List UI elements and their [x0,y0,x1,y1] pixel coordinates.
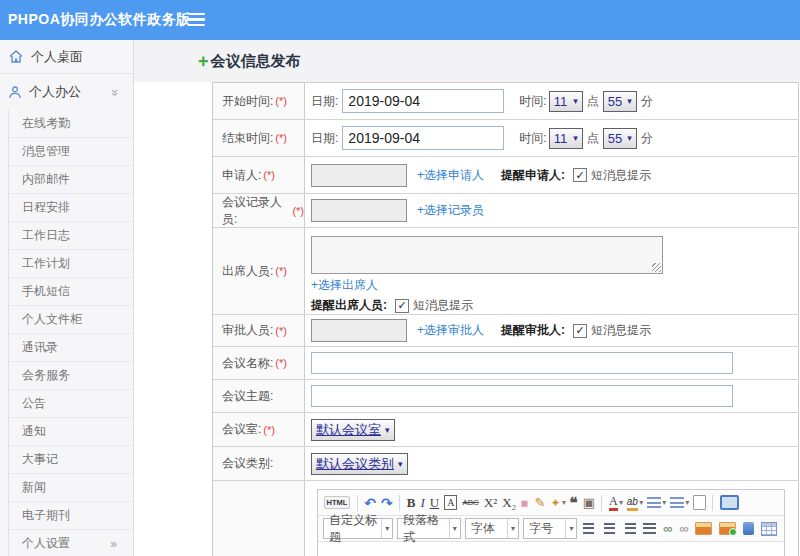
field-label: 申请人:(*) [213,157,304,193]
dropdown-arrow-icon[interactable]: ▾ [562,493,566,513]
font-color-icon[interactable]: A [609,494,618,511]
sidebar-item[interactable]: 在线考勤 [9,110,133,138]
meeting-subject-input[interactable] [311,385,733,407]
insert-image-icon[interactable] [719,522,736,535]
blockquote-icon[interactable]: ❝ [570,493,578,513]
sidebar-item[interactable]: 工作计划 [9,250,133,278]
sidebar-item-office[interactable]: 个人办公 » [0,74,133,110]
dropdown-arrow-icon: ▾ [627,96,632,106]
form-row-approver: 审批人员:(*) +选择审批人 提醒审批人: ✓ 短消息提示 [213,315,798,347]
menu-icon[interactable] [188,13,205,29]
paragraph-format-select[interactable]: 段落格式▾ [397,518,461,539]
sidebar-item[interactable]: 工作日志 [9,222,133,250]
sms-checkbox[interactable]: ✓ [573,324,587,338]
sidebar-item[interactable]: 内部邮件 [9,166,133,194]
editor-content-area[interactable] [318,542,784,556]
subscript-icon[interactable]: X₂ [502,493,516,513]
meeting-name-input[interactable] [311,352,733,374]
unlink-icon[interactable]: ∞ [679,519,688,539]
sidebar-item[interactable]: 消息管理 [9,138,133,166]
sidebar-item[interactable]: 电子期刊 [9,502,133,530]
sidebar-item[interactable]: 新闻 [9,474,133,502]
end-date-input[interactable] [342,126,504,150]
start-minute-select[interactable]: 55▾ [603,91,637,112]
end-hour-select[interactable]: 11▾ [549,128,583,149]
select-attendees-link[interactable]: +选择出席人 [311,278,378,292]
start-hour-select[interactable]: 11▾ [549,91,583,112]
new-page-icon[interactable] [693,495,706,510]
sidebar-item-label: 电子期刊 [22,507,70,524]
align-center-icon[interactable] [603,523,616,534]
eraser-icon[interactable]: ◆ [515,492,535,512]
meeting-room-select[interactable]: 默认会议室▾ [311,419,395,441]
link-icon[interactable]: ∞ [663,519,672,539]
select-approver-link[interactable]: +选择审批人 [417,322,484,339]
source-code-button[interactable]: HTML [324,496,351,509]
form-row-meeting-category: 会议类别: 默认会议类别▾ [213,447,798,481]
font-border-icon[interactable]: A [444,495,457,510]
undo-icon[interactable]: ↶ [364,493,376,513]
remind-attendees-label: 提醒出席人员: [311,297,387,314]
sidebar-item[interactable]: 公告 [9,390,133,418]
hour-unit-label: 点 [587,93,599,110]
sms-label: 短消息提示 [591,167,651,184]
end-minute-select[interactable]: 55▾ [603,128,637,149]
select-applicant-link[interactable]: +选择申请人 [417,167,484,184]
required-mark: (*) [275,265,287,277]
table-icon[interactable] [761,522,777,536]
approver-input[interactable] [311,319,407,342]
select-recorder-link[interactable]: +选择记录员 [417,202,484,219]
field-label: 会议室:(*) [213,413,304,446]
required-mark: (*) [275,132,287,144]
sms-checkbox[interactable]: ✓ [395,299,409,313]
sidebar-item-settings[interactable]: 个人设置» [9,530,133,556]
recorder-input[interactable] [311,199,407,222]
paste-icon[interactable]: ▣ [583,493,595,513]
font-family-select[interactable]: 字体▾ [465,518,519,539]
dropdown-arrow-icon[interactable]: ▾ [662,493,666,513]
sidebar-item[interactable]: 通知 [9,418,133,446]
sidebar-submenu: 在线考勤消息管理内部邮件日程安排工作日志工作计划手机短信个人文件柜通讯录会务服务… [8,110,133,556]
resize-grip[interactable] [652,263,661,272]
start-date-input[interactable] [342,89,504,113]
paint-format-icon[interactable]: ✦ [550,493,560,513]
heading-style-select[interactable]: 自定义标题▾ [323,518,393,539]
sidebar-item-label: 通讯录 [22,339,58,356]
sidebar-item[interactable]: 个人文件柜 [9,306,133,334]
required-mark: (*) [275,357,287,369]
dropdown-arrow-icon[interactable]: ▾ [685,493,689,513]
bold-icon[interactable]: B [407,493,416,513]
strikethrough-icon[interactable]: ABC [462,493,478,513]
media-icon[interactable] [743,522,754,535]
image-icon[interactable] [695,522,712,535]
underline-icon[interactable]: U [430,493,439,513]
dropdown-arrow-icon[interactable]: ▾ [639,493,643,513]
required-mark: (*) [263,169,275,181]
superscript-icon[interactable]: X² [484,493,497,513]
sidebar-item-label: 日程安排 [22,199,70,216]
align-right-icon[interactable] [623,523,636,534]
attendees-textarea[interactable] [311,236,663,274]
unordered-list-icon[interactable] [670,497,684,508]
dropdown-arrow-icon[interactable]: ▾ [619,493,623,513]
sidebar-item[interactable]: 手机短信 [9,278,133,306]
applicant-input[interactable] [311,164,407,187]
align-justify-icon[interactable] [643,523,656,534]
sidebar-item-desktop[interactable]: 个人桌面 [0,40,133,74]
italic-icon[interactable]: I [420,493,424,513]
sidebar-item[interactable]: 日程安排 [9,194,133,222]
clear-format-brush-icon[interactable]: ✎ [535,493,546,513]
ordered-list-icon[interactable] [647,497,661,508]
sidebar-item[interactable]: 会务服务 [9,362,133,390]
sidebar-item[interactable]: 大事记 [9,446,133,474]
sms-checkbox[interactable]: ✓ [573,168,587,182]
meeting-category-select[interactable]: 默认会议类别▾ [311,453,408,475]
form-row-meeting-subject: 会议主题: [213,380,798,413]
app-window: PHPOA协同办公软件政务版 个人桌面 个人办公 » 在线考勤消息管理内部邮件日… [0,0,800,556]
highlight-color-icon[interactable]: ab [627,495,638,511]
sidebar-item[interactable]: 通讯录 [9,334,133,362]
fullscreen-icon[interactable] [720,495,739,510]
font-size-select[interactable]: 字号▾ [523,518,577,539]
align-left-icon[interactable] [583,523,596,534]
redo-icon[interactable]: ↷ [381,493,393,513]
